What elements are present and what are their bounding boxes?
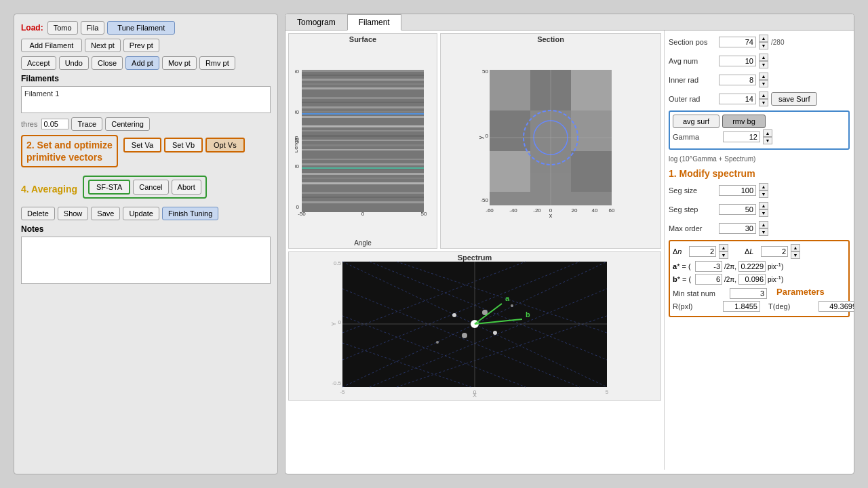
svg-text:-50: -50 [480, 197, 488, 203]
seg-size-spinner[interactable]: ▲ ▼ [759, 183, 768, 198]
svg-text:x: x [549, 212, 553, 219]
svg-text:100: 100 [295, 163, 300, 169]
delta-l-spinner[interactable]: ▲ ▼ [791, 244, 800, 259]
max-order-up[interactable]: ▲ [759, 221, 768, 228]
r-pxl-label: R(pxl) [673, 302, 720, 310]
filament-item[interactable]: Filament 1 [24, 89, 59, 98]
abort-button[interactable]: Abort [172, 180, 201, 195]
gamma-down[interactable]: ▼ [763, 137, 772, 144]
max-order-input[interactable] [719, 223, 756, 234]
left-panel: Load: Tomo Fila Tune Filament Add Filame… [14, 14, 278, 474]
inner-rad-up[interactable]: ▲ [759, 73, 768, 80]
save-surf-button[interactable]: save Surf [771, 92, 817, 106]
svg-rect-18 [302, 135, 424, 137]
inner-rad-label: Inner rad [669, 76, 716, 84]
notes-textarea[interactable] [21, 237, 271, 284]
avg-num-spinner[interactable]: ▲ ▼ [759, 54, 768, 68]
save-button[interactable]: Save [91, 207, 120, 220]
add-filament-button[interactable]: Add Filament [21, 39, 82, 52]
outer-rad-spinner[interactable]: ▲ ▼ [759, 92, 768, 106]
undo-button[interactable]: Undo [59, 56, 89, 70]
accept-button[interactable]: Accept [21, 56, 56, 70]
svg-rect-11 [302, 102, 424, 103]
gamma-spinner[interactable]: ▲ ▼ [763, 129, 772, 144]
max-order-spinner[interactable]: ▲ ▼ [759, 221, 768, 236]
inner-rad-input[interactable] [719, 75, 756, 85]
set-vb-button[interactable]: Set Vb [164, 138, 203, 152]
avg-surf-button[interactable]: avg surf [673, 115, 719, 128]
rmv-bg-button[interactable]: rmv bg [722, 115, 766, 128]
seg-size-input[interactable] [719, 185, 756, 196]
delta-row: Δn ▲ ▼ ΔL ▲ ▼ [673, 244, 846, 259]
delta-l-input[interactable] [761, 246, 788, 257]
fila-button[interactable]: Fila [81, 21, 105, 35]
b-star-input2[interactable] [738, 274, 766, 285]
a-star-input2[interactable] [738, 261, 766, 272]
gamma-input[interactable] [723, 131, 760, 142]
prev-pt-button[interactable]: Prev pt [123, 39, 159, 52]
delta-n-up[interactable]: ▲ [719, 244, 728, 251]
section-pos-spinner[interactable]: ▲ ▼ [759, 35, 768, 49]
svg-rect-28 [302, 182, 424, 184]
r-t-row: R(pxl) 1.8455 T(deg) 49.3699 [673, 301, 846, 312]
sf-sta-button[interactable]: SF-STA [88, 180, 130, 195]
trace-button[interactable]: Trace [71, 117, 102, 131]
seg-step-down[interactable]: ▼ [759, 209, 768, 217]
delta-n-spinner[interactable]: ▲ ▼ [719, 244, 728, 259]
opt-vs-button[interactable]: Opt Vs [205, 138, 245, 152]
thres-label: thres [21, 120, 37, 128]
cancel-button[interactable]: Cancel [133, 180, 168, 195]
tune-filament-button[interactable]: Tune Filament [107, 21, 175, 35]
avg-num-down[interactable]: ▼ [759, 61, 768, 68]
centering-button[interactable]: Centering [105, 117, 150, 131]
show-button[interactable]: Show [58, 207, 89, 220]
min-stat-input[interactable] [730, 288, 767, 299]
update-button[interactable]: Update [123, 207, 159, 220]
section-pos-up[interactable]: ▲ [759, 35, 768, 42]
svg-text:60: 60 [609, 207, 615, 214]
outer-rad-input[interactable] [719, 94, 756, 104]
delta-n-down[interactable]: ▼ [719, 251, 728, 259]
delete-button[interactable]: Delete [21, 207, 55, 220]
thres-input[interactable] [41, 119, 68, 129]
seg-step-up[interactable]: ▲ [759, 202, 768, 209]
avg-num-input[interactable] [719, 56, 756, 66]
add-pt-button[interactable]: Add pt [125, 56, 159, 70]
tomo-button[interactable]: Tomo [47, 21, 78, 35]
set-va-button[interactable]: Set Va [123, 138, 161, 152]
b-star-row: b* = ( /2π, pix-1) [673, 274, 846, 285]
a-star-input1[interactable] [695, 261, 722, 272]
seg-size-down[interactable]: ▼ [759, 190, 768, 198]
outer-rad-down[interactable]: ▼ [759, 99, 768, 106]
gamma-label: Gamma [673, 133, 720, 141]
avg-buttons: SF-STA Cancel Abort [88, 180, 201, 195]
delta-l-down[interactable]: ▼ [791, 251, 800, 259]
seg-size-up[interactable]: ▲ [759, 183, 768, 190]
spectrum-svg: a b -5 0 5 0.5 0 -0.5 [329, 255, 620, 397]
section-pos-input[interactable] [719, 37, 756, 47]
finish-tuning-button[interactable]: Finish Tuning [162, 207, 218, 220]
max-order-down[interactable]: ▼ [759, 228, 768, 236]
seg-step-spinner[interactable]: ▲ ▼ [759, 202, 768, 217]
content-area: Surface [285, 30, 854, 470]
svg-rect-20 [302, 144, 424, 146]
inner-rad-spinner[interactable]: ▲ ▼ [759, 73, 768, 87]
section-pos-down[interactable]: ▼ [759, 42, 768, 49]
tab-tomogram[interactable]: Tomogram [285, 14, 347, 30]
seg-step-input[interactable] [719, 204, 756, 215]
close-button[interactable]: Close [92, 56, 123, 70]
mov-pt-button[interactable]: Mov pt [162, 56, 197, 70]
next-pt-button[interactable]: Next pt [85, 39, 121, 52]
tab-filament[interactable]: Filament [347, 14, 401, 30]
inner-rad-down[interactable]: ▼ [759, 80, 768, 87]
svg-rect-30 [302, 192, 424, 194]
svg-rect-6 [302, 79, 424, 81]
avg-num-up[interactable]: ▲ [759, 54, 768, 61]
delta-n-input[interactable] [689, 246, 716, 257]
gamma-up[interactable]: ▲ [763, 129, 772, 137]
b-star-input1[interactable] [695, 274, 722, 285]
delta-l-up[interactable]: ▲ [791, 244, 800, 251]
filament-list: Filament 1 [21, 86, 271, 113]
outer-rad-up[interactable]: ▲ [759, 92, 768, 99]
rmv-pt-button[interactable]: Rmv pt [199, 56, 235, 70]
